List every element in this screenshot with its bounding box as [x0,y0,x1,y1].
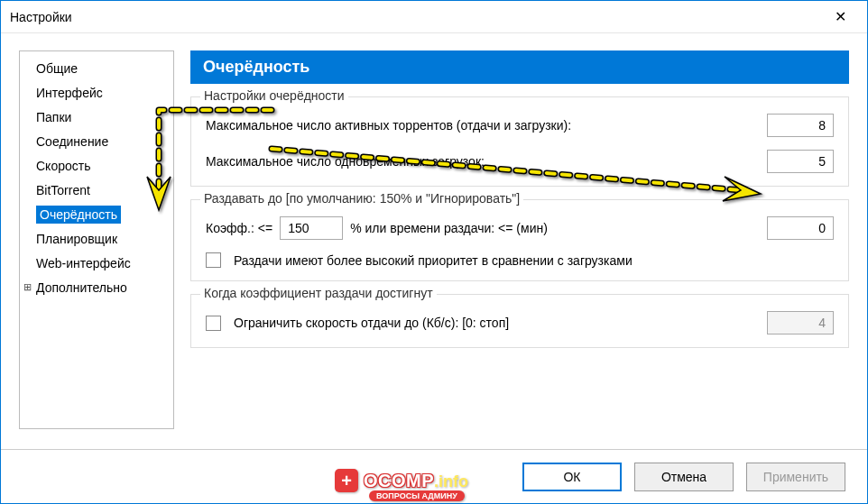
sidebar-item-webui[interactable]: Web-интерфейс [20,251,173,275]
ratio-suffix-label: % или времени раздачи: <= (мин) [350,221,760,235]
titlebar: Настройки ✕ [1,1,867,33]
max-active-label: Максимальное число активных торрентов (о… [206,118,760,133]
group-legend: Настройки очерёдности [200,88,348,103]
sidebar-item-queueing[interactable]: Очерёдность [20,202,173,226]
group-queue-settings: Настройки очерёдности Максимальное число… [190,96,849,187]
max-active-input[interactable] [767,114,834,137]
group-legend: Раздавать до [по умолчанию: 150% и "Игно… [200,191,523,206]
seed-priority-label: Раздачи имеют более высокий приоритет в … [234,253,633,268]
expand-icon[interactable]: ⊞ [23,281,32,293]
sidebar-item-bittorrent[interactable]: BitTorrent [20,178,173,202]
seed-priority-checkbox[interactable] [206,252,221,268]
group-seed-until: Раздавать до [по умолчанию: 150% и "Игно… [190,199,849,281]
section-heading: Очерёдность [190,50,849,84]
sidebar-item-advanced[interactable]: ⊞Дополнительно [20,275,173,299]
sidebar-item-general[interactable]: Общие [20,56,173,80]
ratio-prefix-label: Коэфф.: <= [206,221,272,235]
window-title: Настройки [10,10,72,24]
sidebar-item-scheduler[interactable]: Планировщик [20,226,173,251]
limit-upload-checkbox[interactable] [206,316,221,331]
sidebar-item-connection[interactable]: Соединение [20,129,173,153]
sidebar-item-speed[interactable]: Скорость [20,153,173,178]
group-legend: Когда коэффициент раздачи достигнут [200,286,437,300]
group-ratio-reached: Когда коэффициент раздачи достигнут Огра… [190,294,849,348]
main-panel: Очерёдность Настройки очерёдности Максим… [190,50,849,429]
ratio-input[interactable] [280,216,343,240]
button-bar: ОК Отмена Применить [1,449,867,503]
max-downloads-label: Максимальное число одновременных загрузо… [206,154,760,169]
cancel-button[interactable]: Отмена [634,463,734,491]
apply-button[interactable]: Применить [746,463,845,491]
ok-button[interactable]: ОК [522,463,622,491]
sidebar-item-interface[interactable]: Интерфейс [20,80,173,105]
sidebar-item-folders[interactable]: Папки [20,105,173,129]
limit-upload-input [767,311,834,334]
settings-dialog: Настройки ✕ Общие Интерфейс Папки Соедин… [0,0,868,504]
close-icon[interactable]: ✕ [822,8,858,25]
limit-upload-label: Ограничить скорость отдачи до (Кб/с): [0… [234,316,760,330]
seed-minutes-input[interactable] [767,216,834,240]
sidebar: Общие Интерфейс Папки Соединение Скорост… [19,50,174,429]
max-downloads-input[interactable] [767,150,834,173]
